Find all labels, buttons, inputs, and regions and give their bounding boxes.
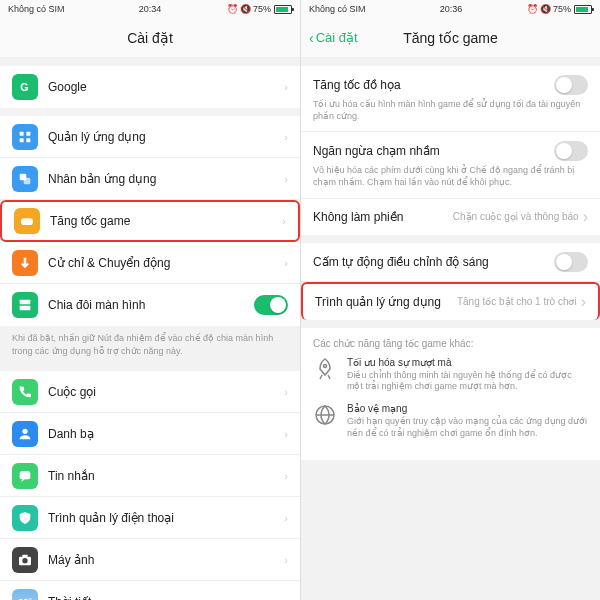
svg-rect-3 [20, 138, 24, 142]
row-dnd[interactable]: Không làm phiền Chặn cuộc gọi và thông b… [301, 199, 600, 235]
settings-item-gestures[interactable]: Cử chỉ & Chuyển động › [0, 242, 300, 284]
settings-item-camera[interactable]: Máy ảnh › [0, 539, 300, 581]
chevron-right-icon: › [282, 215, 286, 227]
split-screen-toggle[interactable] [254, 295, 288, 315]
svg-point-17 [22, 558, 27, 563]
settings-item-app-management[interactable]: Quản lý ứng dụng › [0, 116, 300, 158]
status-bar: Không có SIM 20:34 ⏰ 🔇 75% [0, 0, 300, 18]
settings-item-google[interactable]: G Google › [0, 66, 300, 108]
status-bar: Không có SIM 20:36 ⏰ 🔇 75% [301, 0, 600, 18]
chevron-right-icon: › [284, 386, 288, 398]
chevron-right-icon: › [284, 173, 288, 185]
svg-point-8 [29, 220, 31, 222]
shield-icon [12, 505, 38, 531]
chevron-right-icon: › [284, 81, 288, 93]
back-button[interactable]: ‹ Cài đặt [309, 30, 358, 46]
settings-item-messages[interactable]: Tin nhắn › [0, 455, 300, 497]
page-title: Cài đặt [127, 30, 173, 46]
header: Cài đặt [0, 18, 300, 58]
rocket-icon [313, 357, 337, 381]
row-prevent-touch[interactable]: Ngăn ngừa chạm nhầm Vô hiệu hóa các phím… [301, 132, 600, 198]
split-screen-icon [12, 292, 38, 318]
clock: 20:34 [0, 4, 300, 14]
feature-network: Bảo vệ mạng Giới hạn quyền truy cập vào … [313, 403, 588, 439]
settings-item-game-boost[interactable]: Tăng tốc game › [0, 200, 300, 242]
page-title: Tăng tốc game [403, 30, 498, 46]
weather-icon: 23° [12, 589, 38, 600]
camera-icon [12, 547, 38, 573]
split-screen-note: Khi đã bật, nhấn giữ Nút đa nhiệm để vào… [0, 326, 300, 363]
chevron-right-icon: › [284, 596, 288, 600]
globe-icon [313, 403, 337, 427]
row-app-manager[interactable]: Trình quản lý ứng dụng Tăng tốc bật cho … [301, 282, 600, 320]
svg-point-9 [30, 222, 32, 224]
screen-right: Không có SIM 20:36 ⏰ 🔇 75% ‹ Cài đặt Tăn… [300, 0, 600, 600]
chevron-right-icon: › [284, 131, 288, 143]
grid-icon [12, 124, 38, 150]
settings-item-phone-manager[interactable]: Trình quản lý điện thoại › [0, 497, 300, 539]
chevron-right-icon: › [284, 428, 288, 440]
svg-text:G: G [20, 81, 28, 93]
chevron-left-icon: ‹ [309, 30, 314, 46]
gesture-icon [12, 250, 38, 276]
phone-icon [12, 379, 38, 405]
message-icon [12, 463, 38, 489]
svg-rect-18 [22, 554, 27, 557]
svg-rect-11 [24, 220, 25, 223]
svg-point-19 [324, 364, 327, 367]
settings-list: G Google › Quản lý ứng dụng › Nhân bản ứ… [0, 58, 300, 600]
svg-rect-6 [24, 177, 31, 184]
svg-point-14 [22, 428, 27, 433]
feature-smoothness: Tối ưu hóa sự mượt mà Điều chỉnh thông m… [313, 357, 588, 393]
svg-rect-15 [20, 471, 31, 479]
svg-rect-12 [20, 300, 31, 305]
graphics-boost-toggle[interactable] [554, 75, 588, 95]
clone-icon [12, 166, 38, 192]
prevent-touch-toggle[interactable] [554, 141, 588, 161]
chevron-right-icon: › [284, 512, 288, 524]
chevron-right-icon: › [284, 554, 288, 566]
clock: 20:36 [301, 4, 600, 14]
features-panel: Các chức năng tăng tốc game khác: Tối ưu… [301, 328, 600, 460]
chevron-right-icon: › [284, 257, 288, 269]
svg-rect-1 [20, 131, 24, 135]
chevron-right-icon: › [581, 293, 586, 311]
settings-item-contacts[interactable]: Danh bạ › [0, 413, 300, 455]
brightness-lock-toggle[interactable] [554, 252, 588, 272]
settings-item-split-screen[interactable]: Chia đôi màn hình [0, 284, 300, 326]
chevron-right-icon: › [583, 208, 588, 226]
row-brightness-lock[interactable]: Cấm tự động điều chỉnh độ sáng [301, 243, 600, 282]
row-graphics-boost[interactable]: Tăng tốc đồ họa Tối ưu hóa cấu hình màn … [301, 66, 600, 132]
contacts-icon [12, 421, 38, 447]
chevron-right-icon: › [284, 470, 288, 482]
header: ‹ Cài đặt Tăng tốc game [301, 18, 600, 58]
game-boost-list: Tăng tốc đồ họa Tối ưu hóa cấu hình màn … [301, 58, 600, 600]
svg-rect-2 [26, 131, 30, 135]
gamepad-icon [14, 208, 40, 234]
screen-left: Không có SIM 20:34 ⏰ 🔇 75% Cài đặt G Goo… [0, 0, 300, 600]
svg-rect-13 [20, 306, 31, 311]
google-icon: G [12, 74, 38, 100]
svg-rect-4 [26, 138, 30, 142]
settings-item-clone-apps[interactable]: Nhân bản ứng dụng › [0, 158, 300, 200]
settings-item-weather[interactable]: 23° Thời tiết › [0, 581, 300, 600]
settings-item-calls[interactable]: Cuộc gọi › [0, 371, 300, 413]
